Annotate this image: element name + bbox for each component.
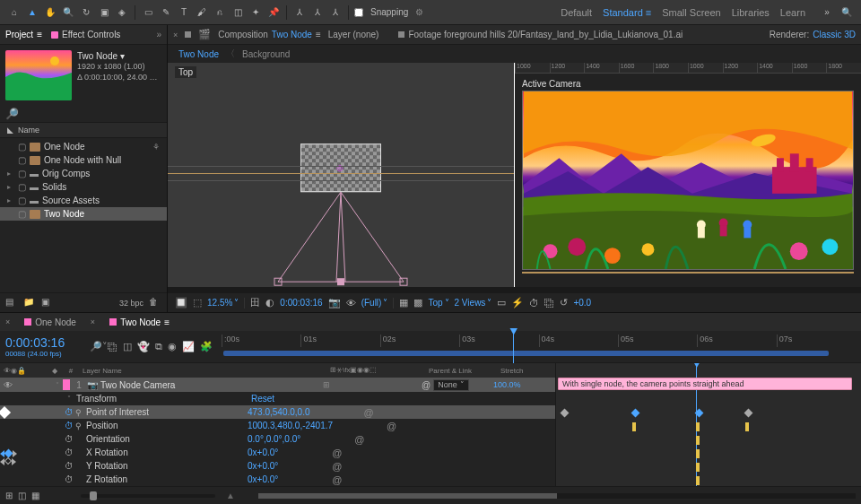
layer-color-icon[interactable]: [63, 379, 70, 390]
keyframe-ease[interactable]: [696, 422, 700, 431]
stopwatch-icon[interactable]: ⏱: [65, 407, 75, 417]
search-global-icon[interactable]: 🔍: [839, 5, 854, 20]
comp-name-link[interactable]: Two Node: [272, 30, 312, 39]
parent-dropdown[interactable]: None ˅: [433, 379, 469, 391]
timeline-zoom-slider[interactable]: [81, 494, 215, 498]
tl-close-icon[interactable]: ×: [91, 317, 95, 326]
stretch-col[interactable]: Stretch: [500, 367, 554, 375]
keyframe-ease[interactable]: [696, 463, 700, 472]
keyframe-ease[interactable]: [745, 422, 749, 431]
frame-blend-icon[interactable]: ⧉: [155, 341, 162, 352]
ws-learn[interactable]: Learn: [780, 7, 805, 18]
expression-pickwhip-icon[interactable]: @: [364, 407, 374, 418]
view-axis-icon[interactable]: ⅄: [328, 5, 343, 20]
graph-icon[interactable]: 📈: [182, 341, 195, 352]
expression-pickwhip-icon[interactable]: @: [332, 461, 342, 472]
layer-row-camera[interactable]: 👁 ˅ 1 📷 Two Node Camera ⊞ @None ˅ 100.0%: [0, 378, 555, 392]
reset-exposure-icon[interactable]: ↺: [560, 297, 568, 308]
playhead[interactable]: [513, 331, 514, 363]
toggle-modes-icon[interactable]: ◫: [18, 491, 26, 500]
project-item-one-node-null[interactable]: ▢One Node with Null: [0, 153, 167, 167]
comp-thumbnail[interactable]: [5, 50, 72, 100]
pin-tool-icon[interactable]: 📌: [266, 5, 281, 20]
comp-mini-flow-icon[interactable]: ⿻: [108, 342, 117, 352]
viewport-hscroll[interactable]: [168, 287, 861, 292]
expression-pickwhip-icon[interactable]: @: [387, 421, 396, 431]
expression-pickwhip-icon[interactable]: @: [332, 474, 342, 485]
prop-x-rotation[interactable]: ⏱X Rotation0x+0.0°@: [0, 446, 555, 459]
snapshot-icon[interactable]: 📷: [328, 297, 341, 308]
camera-tool-icon[interactable]: ▣: [97, 5, 111, 20]
comp-flow-icon[interactable]: ⿻: [544, 298, 554, 308]
timeline-track-area[interactable]: With single node, the camera points stra…: [556, 363, 861, 486]
viewport-active-camera[interactable]: 1000120014001600180010001200140016001800…: [515, 63, 861, 292]
keyframe-ease[interactable]: [632, 422, 636, 431]
3d-view-dropdown[interactable]: Top ˅: [428, 298, 448, 308]
roto-tool-icon[interactable]: ✦: [248, 5, 263, 20]
kf-add-icon[interactable]: [4, 449, 13, 458]
ws-small[interactable]: Small Screen: [662, 7, 720, 18]
exposure-value[interactable]: +0.0: [573, 298, 591, 308]
project-item-two-node[interactable]: ▢Two Node: [0, 207, 167, 221]
current-time[interactable]: 0:00:03:16: [5, 335, 65, 350]
stopwatch-icon[interactable]: ⏱: [65, 434, 75, 444]
pan-behind-tool-icon[interactable]: ◈: [115, 5, 129, 20]
transform-group[interactable]: ˅TransformReset: [0, 392, 555, 405]
region-icon[interactable]: ▦: [399, 297, 408, 308]
expand-layer-icon[interactable]: ˅: [52, 381, 63, 389]
stretch-value[interactable]: 100.0%: [493, 380, 521, 389]
keyframe[interactable]: [631, 409, 640, 418]
keyframe[interactable]: [744, 409, 752, 418]
prop-point-of-interest[interactable]: ⏱⚲Point of Interest473.0,540.0,0.0@: [0, 405, 555, 419]
layer-bounds[interactable]: ◎: [300, 143, 381, 192]
trash-icon[interactable]: 🗑: [149, 297, 161, 309]
local-axis-icon[interactable]: ⅄: [292, 5, 307, 20]
effect-controls-tab[interactable]: Effect Controls: [51, 30, 120, 39]
toggle-pane-icon[interactable]: ▦: [31, 491, 39, 500]
snap-opts-icon[interactable]: ⚙: [412, 5, 426, 20]
expression-pickwhip-icon[interactable]: @: [354, 434, 364, 445]
fast-preview-icon[interactable]: ⚡: [511, 297, 524, 308]
keyframe-ease[interactable]: [696, 476, 700, 485]
overflow-icon[interactable]: »: [820, 5, 834, 20]
reset-button[interactable]: Reset: [251, 394, 274, 404]
kf-add-icon[interactable]: [4, 457, 12, 465]
prop-orientation[interactable]: ⏱Orientation0.0°,0.0°,0.0°@: [0, 432, 555, 446]
toggle-switches-icon[interactable]: ⊞: [5, 491, 13, 500]
magnify-icon[interactable]: 🔲: [175, 297, 187, 308]
hide-shy-icon[interactable]: 👻: [137, 341, 150, 352]
nav-background[interactable]: Background: [242, 49, 290, 59]
kf-next-icon[interactable]: [13, 450, 17, 457]
transparency-icon[interactable]: ▩: [413, 297, 422, 308]
viewport-top[interactable]: Top ◎: [168, 63, 515, 292]
grid-icon[interactable]: 田: [250, 296, 260, 309]
timeline-icon[interactable]: ⏱: [529, 298, 539, 308]
layer-name-col[interactable]: Layer Name: [79, 367, 330, 375]
orbit-tool-icon[interactable]: ↻: [79, 5, 93, 20]
switch-shy[interactable]: ⊞: [323, 380, 330, 389]
panel-overflow-icon[interactable]: »: [156, 30, 161, 39]
snapping-checkbox[interactable]: [354, 8, 363, 17]
keyframe[interactable]: [561, 409, 570, 418]
prop-z-rotation[interactable]: ⏱Z Rotation0x+0.0°@: [0, 473, 555, 486]
ws-libraries[interactable]: Libraries: [732, 7, 770, 18]
show-snap-icon[interactable]: 👁: [346, 298, 356, 308]
project-search-icon[interactable]: 🔎: [5, 108, 19, 120]
world-axis-icon[interactable]: ⅄: [310, 5, 325, 20]
ws-default[interactable]: Default: [561, 7, 592, 18]
eraser-tool-icon[interactable]: ◫: [230, 5, 245, 20]
stopwatch-icon[interactable]: ⏱: [65, 421, 75, 430]
project-item-one-node[interactable]: ▢One Node⚘: [0, 140, 167, 153]
project-item-source-assets[interactable]: ▸▢▬Source Assets: [0, 194, 167, 207]
brain-icon[interactable]: 🧩: [200, 341, 213, 352]
tl-close-icon[interactable]: ×: [5, 317, 10, 326]
kf-next-icon[interactable]: [12, 458, 16, 465]
visibility-toggle[interactable]: 👁: [4, 380, 13, 390]
timeline-search[interactable]: 🔎˅: [90, 341, 108, 352]
new-comp-icon[interactable]: ▣: [41, 297, 54, 309]
tl-tab-two-node[interactable]: Two Node ≡: [104, 316, 175, 329]
stopwatch-icon[interactable]: ⏱: [65, 448, 75, 457]
home-icon[interactable]: ⌂: [7, 5, 22, 20]
kf-prev-icon[interactable]: [0, 458, 4, 465]
keyframe-ease[interactable]: [696, 449, 700, 458]
